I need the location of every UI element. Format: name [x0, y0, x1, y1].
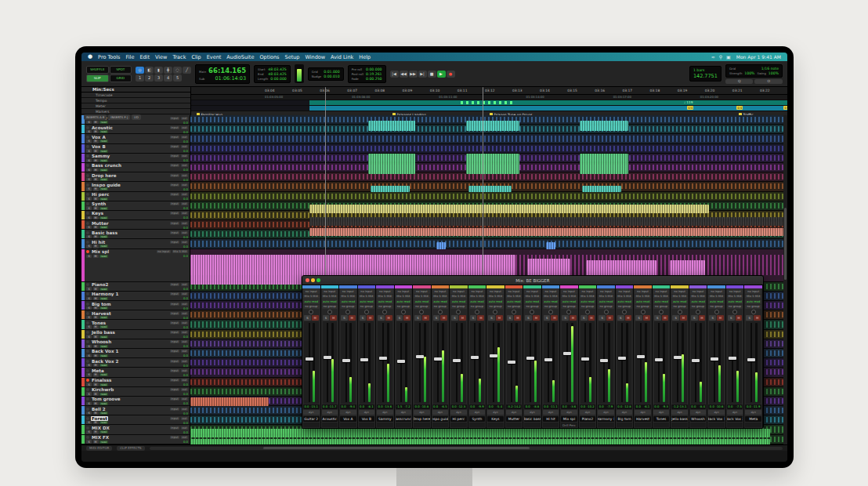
- strip-input-selector[interactable]: no input: [469, 289, 486, 294]
- ruler-row-label[interactable]: Tempo: [81, 98, 190, 103]
- track-input-selector[interactable]: input: [170, 436, 179, 439]
- solo-button[interactable]: S: [86, 130, 92, 134]
- meter-event[interactable]: 4/4: [687, 106, 693, 110]
- pan-knob[interactable]: [327, 310, 332, 314]
- dyn-button[interactable]: dyn: [396, 410, 412, 415]
- strip-solo-button[interactable]: S: [433, 315, 440, 321]
- track-lane[interactable]: [190, 201, 787, 211]
- strength-value[interactable]: 100%: [744, 71, 754, 75]
- strip-mute-button[interactable]: M: [385, 315, 392, 321]
- track-input-selector[interactable]: input: [170, 303, 179, 306]
- dyn-button[interactable]: dyn: [653, 410, 670, 415]
- track-lane[interactable]: [190, 192, 787, 201]
- track-lane[interactable]: [190, 230, 787, 239]
- strip-mute-button[interactable]: M: [643, 315, 650, 321]
- track-output-selector[interactable]: out: [181, 388, 188, 391]
- strip-input-selector[interactable]: no input: [487, 289, 504, 294]
- strip-track-name[interactable]: Sammy: [377, 416, 393, 423]
- strip-automation-mode[interactable]: auto read: [359, 299, 375, 304]
- strip-automation-mode[interactable]: auto read: [322, 299, 338, 304]
- main-counter-value[interactable]: 66:14.165: [208, 67, 246, 74]
- record-arm-button[interactable]: [86, 145, 89, 148]
- solo-button[interactable]: S: [86, 178, 92, 182]
- status-icon[interactable]: ▣: [726, 54, 731, 60]
- record-arm-button[interactable]: [86, 292, 89, 296]
- record-arm-button[interactable]: [86, 369, 89, 372]
- record-arm-button[interactable]: [86, 350, 89, 353]
- strip-output-selector[interactable]: Mix 5 MIX: [617, 295, 633, 299]
- strip-input-selector[interactable]: no input: [690, 289, 707, 294]
- mute-button[interactable]: M: [93, 297, 99, 301]
- track-output-selector[interactable]: out: [181, 136, 188, 139]
- horizontal-scrollbar[interactable]: [150, 447, 783, 450]
- volume-fader[interactable]: [360, 358, 368, 361]
- track-output-selector[interactable]: out: [181, 408, 188, 411]
- midi-editor-button[interactable]: MIDI EDITOR: [86, 446, 112, 451]
- pan-knob[interactable]: [382, 310, 387, 314]
- pan-knob[interactable]: [751, 310, 756, 314]
- dyn-button[interactable]: dyn: [543, 410, 559, 415]
- strip-solo-button[interactable]: S: [304, 315, 311, 321]
- strip-solo-button[interactable]: S: [488, 315, 495, 321]
- automation-mode-button[interactable]: read: [99, 187, 108, 190]
- strip-input-selector[interactable]: no input: [708, 289, 725, 294]
- mute-button[interactable]: M: [93, 121, 99, 125]
- strip-mute-button[interactable]: M: [403, 315, 410, 321]
- volume-fader[interactable]: [544, 358, 552, 361]
- volume-fader[interactable]: [674, 356, 682, 359]
- record-arm-button[interactable]: [86, 231, 89, 234]
- strip-track-name[interactable]: Whoosh: [690, 416, 707, 423]
- inserts-ae-header[interactable]: INSERTS A-E: [84, 114, 107, 120]
- strip-comment[interactable]: [543, 423, 559, 427]
- ruler-row-label[interactable]: Timecode: [81, 92, 190, 98]
- strip-solo-button[interactable]: S: [451, 315, 458, 321]
- strip-comment[interactable]: [524, 423, 541, 427]
- record-arm-button[interactable]: [86, 202, 89, 205]
- track-input-selector[interactable]: input: [170, 397, 179, 401]
- mute-button[interactable]: M: [93, 206, 99, 210]
- dyn-button[interactable]: dyn: [524, 410, 541, 415]
- strip-input-selector[interactable]: no input: [653, 289, 670, 294]
- inserts-fj-header[interactable]: INSERTS F-J: [108, 114, 130, 120]
- strip-output-selector[interactable]: Mix 5 MIX: [524, 295, 541, 299]
- pan-knob[interactable]: [475, 310, 479, 314]
- strip-output-selector[interactable]: Mix 5 MIX: [671, 295, 688, 299]
- track-output-selector[interactable]: out: [181, 397, 188, 401]
- track-output-selector[interactable]: out: [181, 436, 188, 439]
- strip-comment[interactable]: [303, 423, 320, 427]
- record-arm-button[interactable]: [86, 331, 89, 334]
- strip-input-selector[interactable]: no input: [506, 289, 523, 294]
- automation-mode-button[interactable]: read: [99, 297, 108, 300]
- strip-comment[interactable]: [487, 423, 504, 427]
- strip-input-selector[interactable]: no input: [635, 289, 651, 294]
- strip-automation-mode[interactable]: auto read: [469, 299, 486, 304]
- strip-mute-button[interactable]: M: [588, 315, 595, 321]
- track-input-selector[interactable]: input: [170, 183, 179, 187]
- record-arm-button[interactable]: [86, 388, 89, 391]
- strip-automation-mode[interactable]: auto read: [635, 299, 651, 304]
- strip-automation-mode[interactable]: auto read: [580, 299, 596, 304]
- track-lane[interactable]: [190, 435, 787, 444]
- mute-button[interactable]: M: [93, 169, 99, 172]
- volume-fader[interactable]: [342, 359, 350, 362]
- solo-button[interactable]: S: [86, 169, 92, 172]
- strip-automation-mode[interactable]: auto read: [377, 299, 393, 304]
- strip-solo-button[interactable]: S: [544, 315, 551, 321]
- volume-fader[interactable]: [637, 355, 645, 358]
- pan-knob[interactable]: [714, 310, 719, 314]
- edit-tool-button[interactable]: ▮: [154, 67, 163, 74]
- transport-button[interactable]: ◀◀: [400, 71, 408, 78]
- record-arm-button[interactable]: [86, 154, 89, 158]
- automation-mode-button[interactable]: read: [99, 198, 108, 201]
- automation-mode-button[interactable]: read: [99, 150, 108, 153]
- strip-solo-button[interactable]: S: [360, 315, 367, 321]
- strip-solo-button[interactable]: S: [728, 315, 735, 321]
- track-output-selector[interactable]: out: [181, 331, 188, 334]
- track-lane[interactable]: [190, 172, 787, 182]
- menu-item[interactable]: Event: [207, 54, 222, 60]
- status-icon[interactable]: ≈: [711, 54, 715, 60]
- automation-mode-button[interactable]: read: [99, 288, 108, 291]
- strip-automation-mode[interactable]: auto read: [524, 299, 541, 304]
- postroll-value[interactable]: 0:19.261: [366, 72, 382, 76]
- menu-item[interactable]: Pro Tools: [98, 54, 120, 60]
